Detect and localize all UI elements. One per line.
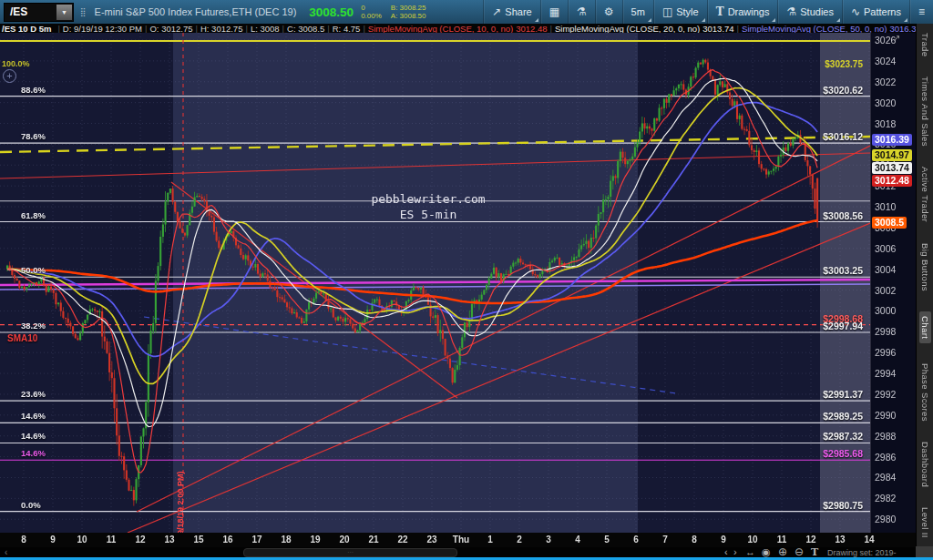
price-tick-label: 3010 [875,201,896,212]
share-icon: ↗ [492,5,501,18]
price-tick-label: 3002 [875,285,896,296]
link-grid-icon[interactable]: ⣿ [80,8,87,16]
bid-value: B: 3008.25 [391,4,426,12]
zoom-in-icon[interactable]: ⊕ [778,547,787,557]
sidebar-tab-chart[interactable]: Chart [919,311,931,343]
studies-button[interactable]: ⚗ Studies [777,0,841,24]
fib-price-label: $2987.32 [823,431,863,442]
study-label: SimpleMovingAvg (CLOSE, 10, 0, no) [368,24,513,33]
header-separator: | [550,24,552,33]
time-tick-label: 19 [310,535,320,545]
sidebar-tab-active-trader[interactable]: Active Trader [920,167,930,222]
price-tick-label: 2986 [875,452,896,463]
ohlc-field: C: 3008.5 [287,24,324,33]
price-tick-label: 3020 [875,97,896,108]
sidebar-tab-times-and-sales[interactable]: Times And Sales [920,76,930,147]
time-tick-label: 8 [21,535,26,545]
sidebar-tab-dashboard[interactable]: Dashboard [920,442,930,487]
fib-price-label: $2980.75 [823,500,863,511]
time-tick-label: 21 [368,535,378,545]
style-button[interactable]: ◫ Style [653,0,707,24]
sidebar-tab-phase-scores[interactable]: Phase Scores [920,363,930,422]
header-separator: | [363,24,364,33]
fomc-annotation: FOMC (9/18/19 2:00 PM) [176,471,185,533]
pan-left-icon[interactable]: ‹ [724,547,728,557]
time-tick-label: 12 [805,535,815,545]
price-bubble: 3014.97 [872,149,912,161]
zoom-out-icon[interactable]: ⊖ [795,547,804,557]
fib-100-price-label: $3023.75 [825,59,863,69]
ohlc-field: H: 3012.75 [200,24,242,33]
trading-platform-window: /ES ▼ ⣿ E-mini S&P 500 Index Futures,ETH… [0,0,933,560]
events-button[interactable]: ▦ [540,0,568,24]
study-value: 3013.74 [702,24,733,33]
chart-header: /ES 10 D 5m |D: 9/19/19 12:30 PM|O: 3012… [0,24,916,33]
time-tick-label: 13 [835,535,845,545]
bottom-bar: ‹ ⋯ ‹ › ↔ ◉ ⊕ ⊖ T Drawing set: 2019-0919… [0,547,916,557]
time-tick-label: 10 [747,535,757,545]
time-tick-label: 14 [864,535,874,545]
time-tick-label: 7 [662,535,668,545]
pan-both-icon[interactable]: ↔ [745,547,755,557]
time-tick-label: 11 [107,535,117,545]
time-tick-label: 17 [251,535,261,545]
change-value: 0 [361,4,382,12]
sma10-left-label: SMA10 [7,333,37,343]
drawings-button[interactable]: T Drawings [707,0,778,24]
share-button[interactable]: ↗ Share [483,0,539,24]
quick-study-button[interactable]: ⚗ [568,0,595,24]
time-tick-label: 20 [339,535,349,545]
pan-right-icon[interactable]: › [733,547,737,557]
calendar-icon: ▦ [549,5,559,18]
symbol-input[interactable]: /ES [5,5,56,18]
change-block: 0 0.00% [361,4,382,20]
bid-ask-block: B: 3008.25 A: 3008.50 [391,4,426,20]
text-tool-icon: T [716,5,724,18]
patterns-icon: ∿ [851,5,860,18]
chart-plot-area[interactable]: + 100.0% $3023.75 pebblewriter.com ES 5-… [0,33,870,533]
ohlc-field: L: 3008 [251,24,280,33]
crosshair-tool-icon[interactable]: + [3,69,16,83]
symbol-dropdown-button[interactable]: ▼ [56,5,72,20]
watermark-line1: pebblewriter.com [319,191,538,207]
price-tick-label: 3004 [875,264,896,275]
text-tool-icon[interactable]: T [811,547,818,557]
sidebar-tab-big-buttons[interactable]: Big Buttons [920,243,930,291]
symbol-box[interactable]: /ES ▼ [4,3,74,22]
price-tick-label: 3000 [875,305,896,316]
fib-percent-label: 14.6% [21,431,46,441]
auto-center-icon[interactable]: ◉ [762,547,771,557]
scroll-left-edge-icon[interactable]: ‹ [5,547,7,557]
style-icon: ◫ [662,5,672,18]
chart-canvas[interactable] [0,33,870,533]
ohlc-field: O: 3012.75 [149,24,192,33]
price-tick-label: 2980 [875,514,896,524]
toolbar-buttons: ↗ Share ▦ ⚗ ⚙ 5m ◫ Style T Drawings [483,0,933,24]
price-tick-label: 2992 [875,389,896,400]
time-tick-label: 8 [692,535,697,545]
horizontal-scrollbar-thumb[interactable]: ⋯ [243,548,457,557]
price-tick-label: 2984 [875,472,896,483]
gear-icon: ⚙ [604,5,614,18]
price-axis[interactable]: ↗ 30263024302230203018301630143012301030… [870,33,917,533]
sidebar-tab-trade[interactable]: Trade [920,33,930,56]
fib-percent-label: 14.6% [21,411,46,421]
header-separator: | [195,24,197,33]
patterns-button[interactable]: ∿ Patterns [842,0,909,24]
price-bubble: 3013.74 [872,162,912,174]
time-tick-label: 16 [222,535,232,545]
timeframe-button[interactable]: 5m [622,0,653,24]
chart-title: /ES 10 D 5m [2,24,51,33]
price-tick-label: 3024 [875,56,896,66]
settings-button[interactable]: ⚙ [595,0,622,24]
menu-button[interactable]: ≡ [909,0,933,24]
time-tick-label: 4 [575,535,580,545]
price-tick-label: 2998 [875,326,896,337]
gadget-sidebar: TradeTimes And SalesActive TraderBig But… [916,24,933,560]
ask-value: A: 3008.50 [391,12,426,20]
price-tick-label: 3022 [875,76,896,87]
sidebar-tab-level-ii[interactable]: Level II [920,507,930,538]
fib-price-label: $3008.56 [823,210,863,221]
price-tick-label: 3026 [875,35,896,46]
header-separator: | [282,24,284,33]
